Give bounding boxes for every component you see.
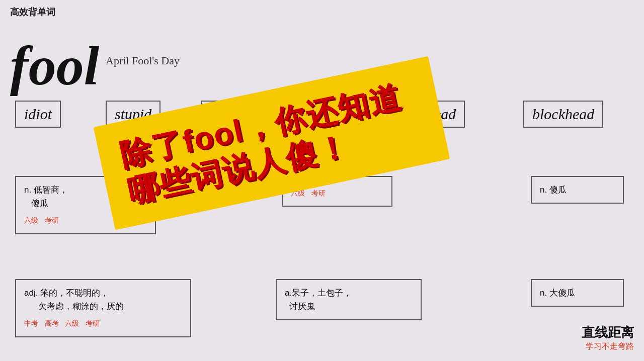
tag-kaoyan-b: 考研 — [311, 189, 326, 197]
def-card-4: adj. 笨的，不聪明的， 欠考虑，糊涂的，厌的 中考 高考 六级 考研 — [15, 279, 191, 337]
main-word: fool — [10, 34, 99, 98]
def-card-4-tags: 中考 高考 六级 考研 — [24, 316, 182, 330]
word-card-blockhead[interactable]: blockhead — [523, 101, 603, 128]
tag-level-6c: 六级 — [65, 319, 79, 327]
tag-gaokao: 高考 — [45, 319, 59, 327]
tag-level-6: 六级 — [24, 216, 38, 224]
word-card-idiot[interactable]: idiot — [15, 101, 61, 128]
def-card-3: n. 傻瓜 — [531, 176, 624, 204]
tag-zhongkao: 中考 — [24, 319, 38, 327]
tag-kaoyan-c: 考研 — [86, 319, 100, 327]
def-card-5-text: a.呆子，土包子， 讨厌鬼 — [285, 286, 413, 313]
tag-kaoyan: 考研 — [45, 216, 59, 224]
brand-name: 直线距离 — [582, 324, 634, 341]
def-card-5: a.呆子，土包子， 讨厌鬼 — [276, 279, 422, 320]
page-title: 高效背单词 — [10, 6, 55, 18]
def-card-3-text: n. 傻瓜 — [540, 183, 615, 197]
example-phrase: April Fool's Day — [106, 54, 180, 67]
overlay-banner[interactable]: 除了fool，你还知道 哪些词说人傻！ — [94, 56, 450, 230]
def-card-4-text: adj. 笨的，不聪明的， 欠考虑，糊涂的，厌的 — [24, 286, 182, 313]
brand-block: 直线距离 学习不走弯路 — [582, 324, 634, 352]
def-card-6-text: n. 大傻瓜 — [540, 286, 615, 300]
brand-slogan: 学习不走弯路 — [582, 341, 634, 352]
def-card-6: n. 大傻瓜 — [531, 279, 624, 307]
